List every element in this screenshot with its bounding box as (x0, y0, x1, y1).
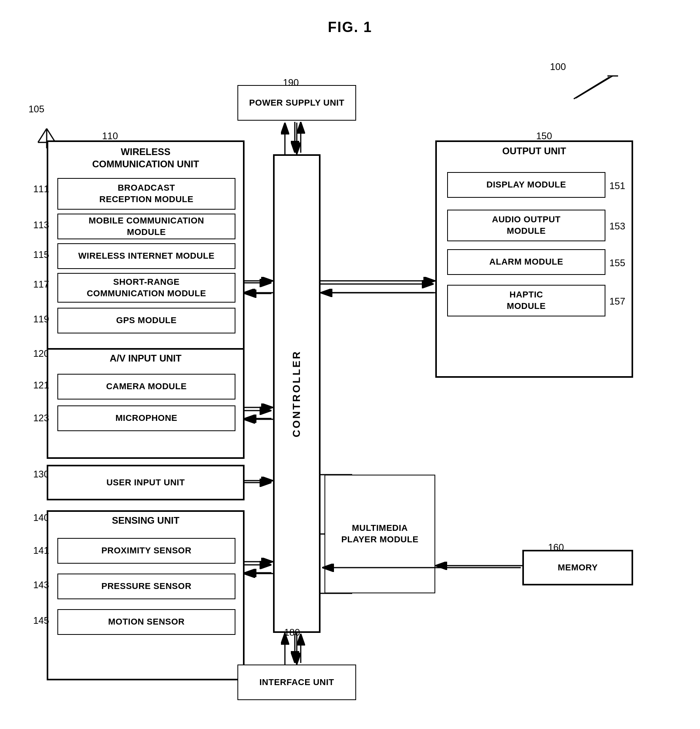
label-153: 153 (609, 221, 625, 232)
audio-output-box: AUDIO OUTPUT MODULE (447, 210, 605, 241)
av-input-unit-label: A/V INPUT UNIT (47, 353, 245, 364)
label-145: 145 (33, 615, 49, 626)
controller-box: CONTROLLER (273, 154, 321, 633)
alarm-box: ALARM MODULE (447, 249, 605, 275)
diagram: FIG. 1 (0, 0, 700, 729)
svg-line-39 (576, 76, 613, 98)
power-supply-unit-box: POWER SUPPLY UNIT (237, 85, 356, 121)
short-range-box: SHORT-RANGE COMMUNICATION MODULE (57, 273, 235, 303)
motion-box: MOTION SENSOR (57, 609, 235, 635)
gps-box: GPS MODULE (57, 308, 235, 333)
label-157: 157 (609, 296, 625, 307)
multimedia-box: MULTIMEDIA PLAYER MODULE (324, 475, 435, 593)
label-143: 143 (33, 579, 49, 591)
memory-box: MEMORY (522, 550, 633, 585)
label-180: 180 (284, 627, 300, 638)
proximity-box: PROXIMITY SENSOR (57, 538, 235, 564)
display-box: DISPLAY MODULE (447, 172, 605, 198)
pressure-box: PRESSURE SENSOR (57, 574, 235, 599)
interface-unit-box: INTERFACE UNIT (237, 665, 356, 700)
label-123: 123 (33, 413, 49, 424)
label-100: 100 (550, 61, 566, 72)
label-155: 155 (609, 258, 625, 269)
label-119: 119 (33, 314, 49, 325)
label-121: 121 (33, 380, 49, 391)
label-151: 151 (609, 180, 625, 191)
label-115: 115 (33, 249, 49, 260)
microphone-box: MICROPHONE (57, 405, 235, 431)
camera-box: CAMERA MODULE (57, 374, 235, 400)
label-105: 105 (28, 104, 44, 115)
label-190: 190 (283, 77, 299, 88)
label-113: 113 (33, 220, 49, 231)
svg-line-22 (38, 129, 47, 142)
label-110: 110 (102, 131, 118, 142)
wireless-internet-box: WIRELESS INTERNET MODULE (57, 243, 235, 269)
haptic-box: HAPTIC MODULE (447, 285, 605, 316)
label-117: 117 (33, 279, 49, 290)
sensing-unit-label: SENSING UNIT (47, 515, 245, 526)
wireless-comm-unit-label: WIRELESS COMMUNICATION UNIT (47, 146, 245, 170)
label-111: 111 (33, 184, 49, 195)
user-input-unit-box: USER INPUT UNIT (47, 465, 245, 500)
svg-line-20 (574, 77, 609, 99)
output-unit-label: OUTPUT UNIT (435, 146, 633, 157)
broadcast-reception-box: BROADCAST RECEPTION MODULE (57, 178, 235, 210)
label-141: 141 (33, 545, 49, 556)
fig-title: FIG. 1 (328, 19, 372, 36)
label-150: 150 (536, 131, 552, 142)
mobile-comm-box: MOBILE COMMUNICATION MODULE (57, 214, 235, 239)
av-input-unit-box (47, 348, 245, 459)
